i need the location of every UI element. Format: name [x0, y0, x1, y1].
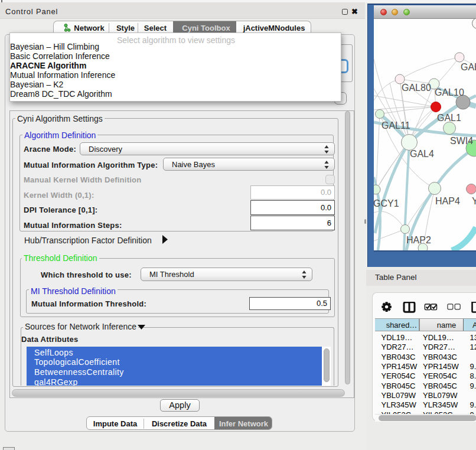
- svg-text:GAL10: GAL10: [435, 87, 464, 97]
- svg-text:SWI4: SWI4: [450, 136, 473, 146]
- svg-text:HAP4: HAP4: [435, 196, 460, 206]
- svg-text:GAL7: GAL7: [461, 62, 476, 72]
- svg-text:HAP2: HAP2: [406, 235, 431, 245]
- svg-text:GAL11: GAL11: [382, 120, 410, 131]
- svg-text:GAL4: GAL4: [410, 149, 434, 159]
- svg-text:GAL80: GAL80: [402, 83, 431, 93]
- svg-text:GAL1: GAL1: [437, 113, 461, 123]
- svg-text:Y: Y: [472, 196, 476, 206]
- svg-text:GCY1: GCY1: [374, 198, 399, 208]
